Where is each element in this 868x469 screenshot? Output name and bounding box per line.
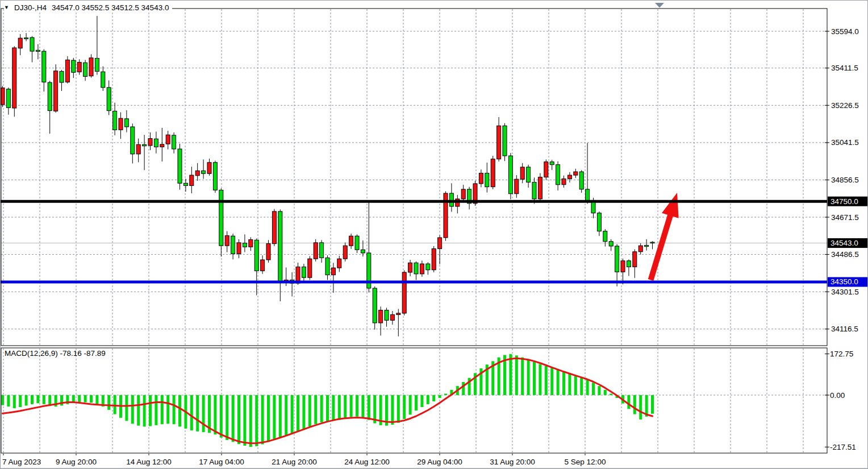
- candle-body: [231, 236, 235, 254]
- candle-body: [408, 263, 412, 272]
- macd-histogram-bar: [598, 386, 600, 395]
- symbol-timeframe-label: DJ30-,H4: [14, 3, 47, 12]
- candle-body: [520, 167, 524, 179]
- macd-histogram-bar: [25, 395, 28, 405]
- macd-histogram-bar: [237, 395, 240, 444]
- chart-title-bar: ▼ DJ30-,H4 34547.0 34552.5 34512.5 34543…: [4, 3, 172, 13]
- candle-body: [556, 165, 560, 185]
- macd-histogram-bar: [178, 395, 181, 426]
- candle-body: [154, 139, 158, 147]
- candle-body: [538, 177, 542, 199]
- macd-histogram-bar: [592, 383, 595, 395]
- candle-body: [597, 213, 601, 231]
- macd-histogram-bar: [196, 395, 199, 431]
- candle-body: [65, 60, 69, 82]
- candle-body: [567, 175, 571, 179]
- macd-histogram-bar: [107, 395, 110, 410]
- macd-histogram-bar: [550, 368, 553, 395]
- candle-body: [195, 171, 199, 176]
- candle-body: [143, 144, 147, 146]
- price-axis-label: 35411.5: [831, 64, 858, 72]
- macd-histogram-bar: [137, 395, 140, 426]
- macd-axis-label: 172.75: [830, 350, 853, 358]
- macd-histogram-bar: [202, 395, 205, 432]
- price-axis-label: 35594.0: [831, 27, 859, 36]
- candle-body: [503, 126, 507, 156]
- candle-body: [579, 172, 583, 189]
- time-axis-label: 9 Aug 20:00: [56, 458, 97, 466]
- macd-histogram-bar: [155, 395, 157, 425]
- time-axis-label: 24 Aug 12:00: [344, 458, 390, 466]
- candle-body: [30, 38, 34, 51]
- candle-body: [12, 48, 16, 108]
- macd-histogram-bar: [43, 395, 45, 404]
- macd-histogram-bar: [267, 395, 270, 442]
- macd-histogram-bar: [574, 376, 577, 395]
- macd-histogram-bar: [509, 354, 512, 395]
- candle-body: [136, 144, 140, 154]
- candle-body: [101, 72, 105, 88]
- candle-body: [178, 149, 182, 183]
- macd-histogram-bar: [350, 395, 353, 417]
- macd-histogram-bar: [95, 395, 98, 404]
- macd-histogram-bar: [84, 395, 87, 402]
- macd-histogram-bar: [243, 395, 246, 446]
- candle-body: [550, 162, 554, 165]
- candle-body: [113, 111, 117, 130]
- main-pane-border: [1, 9, 827, 346]
- candle-body: [261, 260, 265, 271]
- macd-pane-series: [1, 354, 654, 447]
- macd-histogram-bar: [332, 395, 335, 421]
- macd-histogram-bar: [7, 395, 10, 406]
- macd-histogram-bar: [31, 395, 34, 404]
- macd-histogram-bar: [261, 395, 264, 445]
- candle-body: [586, 189, 590, 200]
- scroll-to-end-marker-icon[interactable]: [655, 3, 664, 8]
- candle-body: [615, 246, 619, 272]
- macd-histogram-bar: [285, 395, 287, 435]
- candle-body: [213, 163, 217, 190]
- candle-body: [278, 211, 282, 282]
- macd-histogram-bar: [521, 358, 524, 395]
- macd-histogram-bar: [220, 395, 223, 438]
- macd-histogram-bar: [36, 395, 39, 403]
- symbol-dropdown-icon[interactable]: ▼: [4, 5, 9, 10]
- macd-histogram-bar: [604, 390, 607, 395]
- macd-histogram-bar: [515, 355, 518, 395]
- time-axis-label: 5 Sep 12:00: [565, 458, 606, 466]
- candle-body: [527, 167, 531, 182]
- candle-body: [124, 119, 128, 127]
- candle-body: [633, 252, 637, 267]
- macd-histogram-bar: [131, 395, 134, 424]
- candle-body: [24, 38, 28, 39]
- chart-canvas[interactable]: 35594.035411.535226.535041.534856.534671…: [1, 1, 868, 469]
- candle-body: [402, 272, 406, 313]
- macd-histogram-bar: [432, 395, 435, 401]
- macd-histogram-bar: [161, 395, 164, 424]
- candle-body: [54, 71, 58, 111]
- macd-histogram-bar: [338, 395, 341, 420]
- macd-histogram-bar: [580, 377, 583, 395]
- candle-body: [379, 310, 383, 323]
- candle-body: [219, 190, 223, 246]
- macd-histogram-bar: [545, 366, 548, 395]
- macd-histogram-bar: [539, 364, 541, 395]
- candle-body: [183, 183, 187, 185]
- macd-histogram-bar: [527, 359, 530, 395]
- macd-histogram-bar: [149, 395, 152, 426]
- candle-body: [249, 240, 253, 247]
- macd-histogram-bar: [255, 395, 258, 446]
- candle-body: [119, 118, 123, 130]
- candle-body: [84, 63, 87, 76]
- macd-histogram-bar: [308, 395, 311, 426]
- candle-body: [77, 63, 81, 72]
- candle-body: [491, 159, 495, 187]
- candle-body: [237, 243, 241, 254]
- candle-body: [18, 38, 22, 48]
- macd-histogram-bar: [639, 395, 642, 420]
- macd-histogram-bar: [279, 395, 282, 438]
- macd-histogram-bar: [427, 395, 429, 404]
- macd-histogram-bar: [249, 395, 252, 447]
- candle-body: [485, 173, 489, 187]
- ohlc-readout: 34547.0 34552.5 34512.5 34543.0: [52, 3, 169, 12]
